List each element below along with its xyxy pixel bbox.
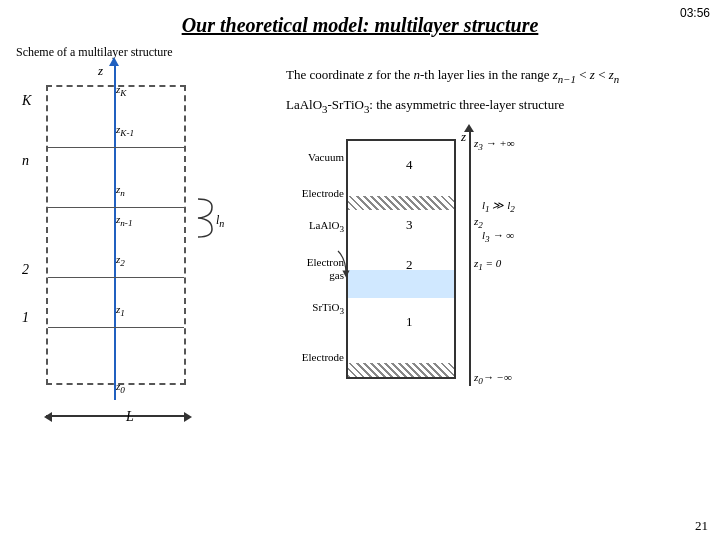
region-vacuum	[348, 141, 454, 196]
left-diagram: z K n 2 1 zK zK-1 zn zn-1	[16, 65, 266, 425]
r-z-axis	[469, 131, 471, 386]
ln-text: ln	[216, 213, 224, 229]
mat-laalox: LaAlO3	[286, 219, 344, 235]
layer-label-1: 1	[22, 310, 29, 326]
z-label-K: zK	[116, 83, 126, 98]
layer-divider-4	[48, 327, 184, 328]
layer-divider-3	[48, 277, 184, 278]
mat-electrode-top: Electrode	[286, 187, 344, 199]
rz-z2: z2	[474, 215, 483, 230]
coord-text: The coordinate z for the n-th layer lies…	[286, 65, 704, 87]
mat-vacuum: Vacuum	[286, 151, 344, 163]
l-arrow-left	[44, 412, 52, 422]
r-z-label: z	[461, 129, 466, 145]
z-label-2: z2	[116, 253, 125, 268]
left-panel: Scheme of a multilayer structure z K n 2	[16, 45, 276, 425]
z-label-n: zn	[116, 183, 125, 198]
box-num-2: 2	[406, 257, 413, 273]
mat-srtio3: SrTiO3	[286, 301, 344, 316]
z-label-0: z0	[116, 380, 125, 395]
content-area: Scheme of a multilayer structure z K n 2	[16, 45, 704, 425]
box-num-3: 3	[406, 217, 413, 233]
region-srtio3	[348, 298, 454, 363]
page-number: 21	[695, 518, 708, 534]
layer-label-2: 2	[22, 262, 29, 278]
layer-divider-1	[48, 147, 184, 148]
scheme-label: Scheme of a multilayer structure	[16, 45, 276, 61]
box-num-1: 1	[406, 314, 413, 330]
rz-z0-inf: z0→ −∞	[474, 371, 512, 386]
region-electrode-bottom	[348, 363, 454, 377]
region-electrode-top	[348, 196, 454, 210]
rz-z1-0: z1 = 0	[474, 257, 501, 272]
l-line	[46, 415, 186, 417]
asym-text: LaAlO3-SrTiO3: the asymmetric three-laye…	[286, 95, 704, 117]
layer-label-K: K	[22, 93, 31, 109]
page-title: Our theoretical model: multilayer struct…	[16, 14, 704, 37]
form-l1-l2: l1 ≫ l2	[482, 199, 515, 214]
page: 03:56 Our theoretical model: multilayer …	[0, 0, 720, 540]
right-section: The coordinate z for the n-th layer lies…	[286, 45, 704, 425]
layer-divider-2	[48, 207, 184, 208]
region-electron-gas	[348, 270, 454, 298]
region-laalox	[348, 210, 454, 270]
form-l3-inf: l3 → ∞	[482, 229, 514, 244]
mat-electrode-bottom: Electrode	[286, 351, 344, 363]
z-label-n-1: zn-1	[116, 213, 133, 228]
rz-z3-inf: z3 → +∞	[474, 137, 515, 152]
right-diagram: z 4 3	[286, 129, 606, 409]
l-arrow-right	[184, 412, 192, 422]
arrow-svg	[336, 249, 356, 279]
main-box	[346, 139, 456, 379]
z-label-K-1: zK-1	[116, 123, 134, 138]
box-num-4: 4	[406, 157, 413, 173]
z-label-1: z1	[116, 303, 125, 318]
timestamp: 03:56	[680, 6, 710, 20]
layer-label-n: n	[22, 153, 29, 169]
ln-label	[194, 197, 216, 243]
z-axis-arrow	[109, 57, 119, 66]
l-label: L	[126, 409, 134, 425]
z-axis-label: z	[98, 63, 103, 79]
